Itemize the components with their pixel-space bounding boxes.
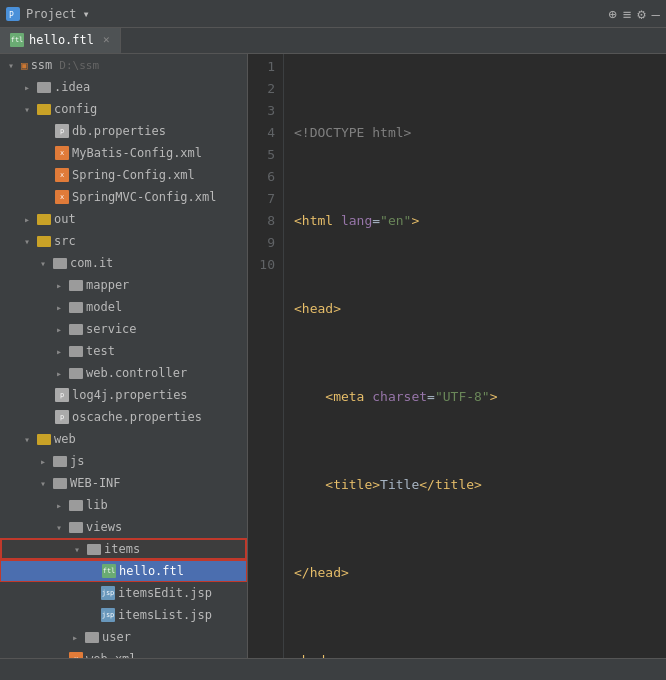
code-lang-val: "en" (380, 210, 411, 232)
code-body-open: <body> (294, 650, 341, 658)
tree-label-src: src (54, 234, 76, 248)
minimize-icon[interactable]: — (652, 6, 660, 22)
editor: 1 2 3 4 5 6 7 8 9 10 <!DOCTYPE html> <ht… (248, 54, 666, 658)
tree-label-spring: Spring-Config.xml (72, 168, 195, 182)
code-eq2: = (427, 386, 435, 408)
tree-label-springmvc: SpringMVC-Config.xml (72, 190, 217, 204)
code-line-5: <title> Title </title> (294, 474, 666, 496)
arrow-test (52, 346, 66, 357)
tree-label-service: service (86, 322, 137, 336)
tree-label-db: db.properties (72, 124, 166, 138)
tree-item-idea[interactable]: .idea (0, 76, 247, 98)
tree-item-service[interactable]: service (0, 318, 247, 340)
tree-label-items: items (104, 542, 140, 556)
tree-item-itemsedit[interactable]: jsp itemsEdit.jsp (0, 582, 247, 604)
tree-label-comit: com.it (70, 256, 113, 270)
folder-icon-model (69, 302, 83, 313)
tree-label-config: config (54, 102, 97, 116)
module-icon: ▣ (21, 59, 28, 72)
tree-item-log4j[interactable]: p log4j.properties (0, 384, 247, 406)
tree-item-lib[interactable]: lib (0, 494, 247, 516)
tree-item-js[interactable]: js (0, 450, 247, 472)
tree-label-js: js (70, 454, 84, 468)
arrow-js (36, 456, 50, 467)
code-line-7: <body> (294, 650, 666, 658)
tree-item-test[interactable]: test (0, 340, 247, 362)
tree-item-itemslist[interactable]: jsp itemsList.jsp (0, 604, 247, 626)
code-eq1: = (372, 210, 380, 232)
folder-icon-comit (53, 258, 67, 269)
tree-item-oscache[interactable]: p oscache.properties (0, 406, 247, 428)
arrow-webinf (36, 478, 50, 489)
file-icon-db: p (55, 124, 69, 138)
tree-label-model: model (86, 300, 122, 314)
tree-item-ssm[interactable]: ▣ ssm D:\ssm (0, 54, 247, 76)
tree-item-mapper[interactable]: mapper (0, 274, 247, 296)
tree-item-out[interactable]: out (0, 208, 247, 230)
tab-hello-ftl[interactable]: ftl hello.ftl ✕ (0, 28, 121, 53)
tree-item-hello-ftl[interactable]: ftl hello.ftl (0, 560, 247, 582)
tree-item-views[interactable]: views (0, 516, 247, 538)
project-dropdown-icon[interactable]: ▾ (83, 7, 90, 21)
tab-close-button[interactable]: ✕ (103, 33, 110, 46)
tree-item-config[interactable]: config (0, 98, 247, 120)
tree-label-test: test (86, 344, 115, 358)
line-num-4: 4 (248, 122, 275, 144)
folder-icon-js (53, 456, 67, 467)
tree-item-webcontroller[interactable]: web.controller (0, 362, 247, 384)
arrow-items (70, 544, 84, 555)
arrow-webcontroller (52, 368, 66, 379)
line-numbers: 1 2 3 4 5 6 7 8 9 10 (248, 54, 284, 658)
gear-icon[interactable]: ⚙ (637, 6, 645, 22)
tree-label-idea: .idea (54, 80, 90, 94)
add-icon[interactable]: ⊕ (608, 6, 616, 22)
tree-item-db-properties[interactable]: p db.properties (0, 120, 247, 142)
tree-item-comit[interactable]: com.it (0, 252, 247, 274)
folder-icon-service (69, 324, 83, 335)
tree-item-mybatis[interactable]: x MyBatis-Config.xml (0, 142, 247, 164)
project-label[interactable]: Project (26, 7, 77, 21)
tree-label-itemslist: itemsList.jsp (118, 608, 212, 622)
tree-item-model[interactable]: model (0, 296, 247, 318)
folder-icon-out (37, 214, 51, 225)
line-num-6: 6 (248, 166, 275, 188)
code-line-6: </head> (294, 562, 666, 584)
tree-detail-ssm: D:\ssm (59, 59, 99, 72)
arrow-views (52, 522, 66, 533)
tree-label-user: user (102, 630, 131, 644)
editor-content: 1 2 3 4 5 6 7 8 9 10 <!DOCTYPE html> <ht… (248, 54, 666, 658)
arrow-mapper (52, 280, 66, 291)
line-num-5: 5 (248, 144, 275, 166)
folder-icon-webinf (53, 478, 67, 489)
code-title-text: Title (380, 474, 419, 496)
arrow-ssm (4, 60, 18, 71)
tree-item-items[interactable]: items (0, 538, 247, 560)
settings-icon[interactable]: ≡ (623, 6, 631, 22)
line-num-2: 2 (248, 78, 275, 100)
tree-item-spring[interactable]: x Spring-Config.xml (0, 164, 247, 186)
tree-item-springmvc[interactable]: x SpringMVC-Config.xml (0, 186, 247, 208)
title-bar: P Project ▾ ⊕ ≡ ⚙ — (0, 0, 666, 28)
arrow-service (52, 324, 66, 335)
code-title-close: </title> (419, 474, 482, 496)
code-indent4 (294, 386, 325, 408)
file-icon-itemsedit: jsp (101, 586, 115, 600)
file-icon-oscache: p (55, 410, 69, 424)
arrow-idea (20, 82, 34, 93)
folder-icon-idea (37, 82, 51, 93)
folder-icon-views (69, 522, 83, 533)
tree-item-src[interactable]: src (0, 230, 247, 252)
arrow-web (20, 434, 34, 445)
tab-label: hello.ftl (29, 33, 94, 47)
line-num-1: 1 (248, 56, 275, 78)
code-line-4: <meta charset = "UTF-8" > (294, 386, 666, 408)
tree-item-webinf[interactable]: WEB-INF (0, 472, 247, 494)
tree-item-webxml[interactable]: x web.xml (0, 648, 247, 658)
bottom-bar (0, 658, 666, 680)
code-area[interactable]: <!DOCTYPE html> <html lang = "en" > <hea… (284, 54, 666, 658)
code-line-2: <html lang = "en" > (294, 210, 666, 232)
code-charset-attr: charset (364, 386, 427, 408)
tree-item-user[interactable]: user (0, 626, 247, 648)
tree-item-web[interactable]: web (0, 428, 247, 450)
main-layout: ▣ ssm D:\ssm .idea config p db.propertie… (0, 54, 666, 658)
